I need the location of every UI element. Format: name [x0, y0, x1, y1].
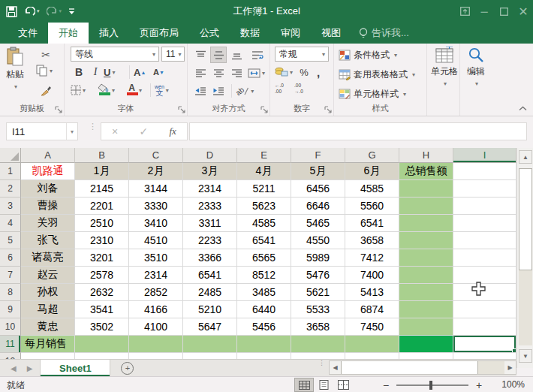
cell-F3[interactable]: 6646	[291, 198, 345, 215]
row-header-12[interactable]: 12	[0, 353, 21, 359]
scroll-down-button[interactable]: ▼	[519, 349, 532, 363]
formula-input[interactable]	[189, 122, 527, 140]
minimize-button[interactable]: ─	[474, 0, 494, 23]
row-header-5[interactable]: 5	[0, 232, 21, 249]
fill-color-button[interactable]: ▾	[98, 82, 115, 98]
cell-A4[interactable]: 关羽	[21, 215, 75, 232]
cell-A9[interactable]: 马超	[21, 301, 75, 318]
number-dialog-launcher[interactable]	[324, 106, 332, 113]
name-box-dropdown[interactable]: ▾	[66, 123, 77, 140]
cell-H5[interactable]	[399, 232, 453, 249]
cell-B9[interactable]: 3541	[75, 301, 129, 318]
cell-A5[interactable]: 张飞	[21, 232, 75, 249]
menu-tab-insert[interactable]: 插入	[89, 23, 129, 44]
cancel-entry-button[interactable]: ×	[112, 125, 118, 137]
cell-H1[interactable]: 总销售额	[399, 163, 453, 180]
page-break-view-button[interactable]	[333, 378, 353, 392]
cell-A11[interactable]: 每月销售	[21, 336, 75, 353]
cell-E8[interactable]: 3485	[237, 284, 291, 301]
row-header-3[interactable]: 3	[0, 198, 21, 215]
cell-E1[interactable]: 4月	[237, 163, 291, 180]
percent-style-button[interactable]: %	[297, 64, 311, 80]
cell-H2[interactable]	[399, 180, 453, 198]
zoom-slider[interactable]	[396, 384, 468, 386]
name-box[interactable]: I11 ▾	[6, 122, 78, 140]
cell-C7[interactable]: 2314	[129, 267, 183, 284]
cell-D8[interactable]: 2485	[183, 284, 237, 301]
cell-E12[interactable]	[237, 353, 291, 359]
cell-G9[interactable]: 6874	[345, 301, 399, 318]
redo-button[interactable]: ▾	[47, 7, 62, 17]
scroll-right-button[interactable]: ▶	[504, 361, 516, 374]
scroll-left-button[interactable]: ◀	[330, 361, 341, 374]
cell-F1[interactable]: 5月	[291, 163, 345, 180]
underline-button[interactable]: U▾	[104, 64, 115, 80]
cell-H7[interactable]	[399, 267, 453, 284]
top-align-button[interactable]	[192, 47, 209, 63]
cell-G2[interactable]: 4585	[345, 180, 399, 198]
row-header-8[interactable]: 8	[0, 284, 21, 301]
cell-A3[interactable]: 曹操	[21, 198, 75, 215]
cell-E4[interactable]: 4585	[237, 215, 291, 232]
cell-I8[interactable]	[453, 284, 516, 301]
cell-I4[interactable]	[453, 215, 516, 232]
cell-E5[interactable]: 6541	[237, 232, 291, 249]
cell-C12[interactable]	[129, 353, 183, 359]
center-button[interactable]	[210, 65, 227, 81]
cell-C5[interactable]: 4510	[129, 232, 183, 249]
cell-A8[interactable]: 孙权	[21, 284, 75, 301]
cell-A7[interactable]: 赵云	[21, 267, 75, 284]
cell-I1[interactable]	[453, 163, 516, 180]
collapse-ribbon-button[interactable]	[519, 106, 527, 111]
cell-C8[interactable]: 2852	[129, 284, 183, 301]
col-header-i[interactable]: I	[453, 148, 516, 163]
menu-tab-data[interactable]: 数据	[230, 23, 270, 44]
zoom-out-button[interactable]: −	[381, 379, 390, 391]
row-header-9[interactable]: 9	[0, 301, 21, 318]
menu-tab-formulas[interactable]: 公式	[189, 23, 230, 44]
cell-A10[interactable]: 黄忠	[21, 318, 75, 336]
cell-D2[interactable]: 2314	[183, 180, 237, 198]
cell-C9[interactable]: 4166	[129, 301, 183, 318]
cell-H6[interactable]	[399, 249, 453, 267]
format-as-table-button[interactable]: 套用表格格式▾	[339, 68, 415, 81]
cell-G7[interactable]: 7400	[345, 267, 399, 284]
cell-E3[interactable]: 5623	[237, 198, 291, 215]
middle-align-button[interactable]	[210, 47, 227, 63]
cell-H3[interactable]	[399, 198, 453, 215]
cell-G5[interactable]: 3658	[345, 232, 399, 249]
increase-indent-button[interactable]	[210, 83, 227, 99]
editing-button[interactable]: 编辑 ▾	[467, 47, 485, 87]
sheet-tab-sheet1[interactable]: Sheet1	[40, 360, 110, 376]
row-header-7[interactable]: 7	[0, 267, 21, 284]
cell-I2[interactable]	[453, 180, 516, 198]
bottom-align-button[interactable]	[228, 47, 245, 63]
cell-B4[interactable]: 2510	[75, 215, 129, 232]
cell-I12[interactable]	[453, 353, 516, 359]
cell-F5[interactable]: 4550	[291, 232, 345, 249]
alignment-dialog-launcher[interactable]	[260, 106, 268, 113]
cell-C10[interactable]: 4100	[129, 318, 183, 336]
cell-E10[interactable]: 5456	[237, 318, 291, 336]
accounting-format-button[interactable]: ▾	[275, 64, 293, 80]
decrease-indent-button[interactable]	[192, 83, 209, 99]
paste-button[interactable]: 粘贴 ▾	[6, 47, 24, 90]
cell-B7[interactable]: 2578	[75, 267, 129, 284]
menu-tab-home[interactable]: 开始	[48, 23, 89, 44]
menu-tab-review[interactable]: 审阅	[270, 23, 311, 44]
cell-C2[interactable]: 3144	[129, 180, 183, 198]
prev-sheet-button[interactable]: ◀	[11, 364, 17, 372]
bold-button[interactable]: B	[71, 64, 87, 80]
cell-A2[interactable]: 刘备	[21, 180, 75, 198]
cell-B2[interactable]: 2145	[75, 180, 129, 198]
cell-H4[interactable]	[399, 215, 453, 232]
cell-F2[interactable]: 6456	[291, 180, 345, 198]
cell-G10[interactable]: 7450	[345, 318, 399, 336]
page-layout-view-button[interactable]	[314, 378, 333, 392]
cell-H8[interactable]	[399, 284, 453, 301]
cell-I11[interactable]	[453, 336, 516, 353]
font-size-combo[interactable]: 11▾	[161, 47, 185, 62]
cell-G1[interactable]: 6月	[345, 163, 399, 180]
cell-D6[interactable]: 3366	[183, 249, 237, 267]
menu-tab-view[interactable]: 视图	[311, 23, 351, 44]
